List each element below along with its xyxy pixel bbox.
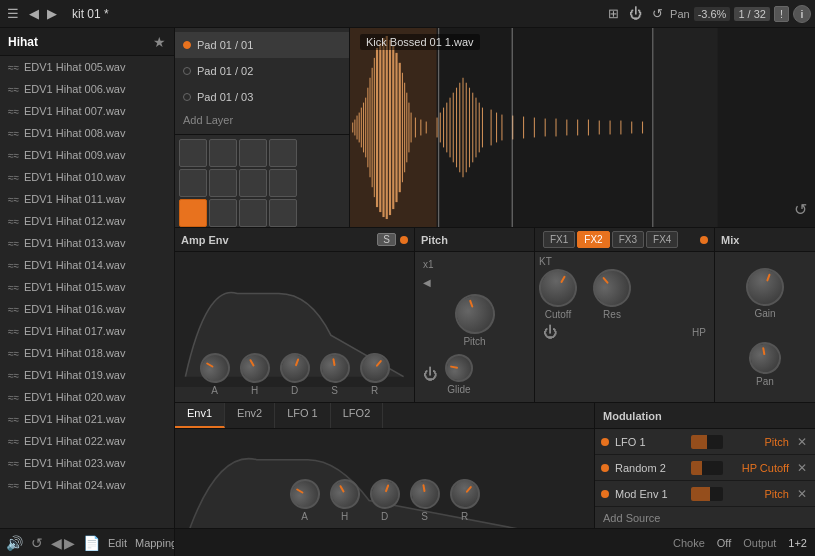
- svg-rect-38: [462, 78, 463, 178]
- arrow-left-icon[interactable]: ◀: [51, 535, 62, 551]
- sidebar-list-item[interactable]: ≈≈EDV1 Hihat 012.wav: [0, 210, 174, 232]
- info-button[interactable]: i: [793, 5, 811, 23]
- pad-cell[interactable]: [269, 199, 297, 227]
- sidebar-list-item[interactable]: ≈≈EDV1 Hihat 006.wav: [0, 78, 174, 100]
- pad-cell[interactable]: [179, 199, 207, 227]
- svg-rect-41: [472, 93, 473, 163]
- pad-cell[interactable]: [239, 139, 267, 167]
- amp-env-s-button[interactable]: S: [377, 233, 396, 246]
- env-tab-env1[interactable]: Env1: [175, 403, 225, 428]
- fx3-button[interactable]: FX3: [612, 231, 644, 248]
- env-tab-env2[interactable]: Env2: [225, 403, 275, 428]
- pad-cell[interactable]: [239, 169, 267, 197]
- waveform-small-icon: ≈≈: [8, 238, 19, 249]
- cutoff-knob[interactable]: [532, 262, 584, 314]
- gain-knob[interactable]: [741, 262, 790, 311]
- pad-cell[interactable]: [179, 169, 207, 197]
- fx4-button[interactable]: FX4: [646, 231, 678, 248]
- sidebar-list-item[interactable]: ≈≈EDV1 Hihat 005.wav: [0, 56, 174, 78]
- sidebar-list-item[interactable]: ≈≈EDV1 Hihat 024.wav: [0, 474, 174, 496]
- sidebar-list-item[interactable]: ≈≈EDV1 Hihat 007.wav: [0, 100, 174, 122]
- fx2-button[interactable]: FX2: [577, 231, 609, 248]
- mix-pan-knob[interactable]: [746, 339, 783, 376]
- power-icon[interactable]: ⏻: [626, 6, 645, 21]
- sidebar-list-item[interactable]: ≈≈EDV1 Hihat 008.wav: [0, 122, 174, 144]
- mod-bar-area[interactable]: [691, 461, 723, 475]
- waveform-panel[interactable]: Kick Bossed 01 1.wav: [350, 28, 815, 227]
- sidebar-list-item[interactable]: ≈≈EDV1 Hihat 023.wav: [0, 452, 174, 474]
- mod-remove-button[interactable]: ✕: [795, 435, 809, 449]
- waveform-svg: [350, 28, 815, 227]
- pad-cell[interactable]: [179, 139, 207, 167]
- pad-cell[interactable]: [209, 139, 237, 167]
- pad-cell[interactable]: [209, 199, 237, 227]
- pad-cell[interactable]: [269, 139, 297, 167]
- pad-layer-3[interactable]: Pad 01 / 03: [175, 84, 349, 110]
- mod-remove-button[interactable]: ✕: [795, 461, 809, 475]
- sidebar-list-item[interactable]: ≈≈EDV1 Hihat 009.wav: [0, 144, 174, 166]
- exclaim-button[interactable]: !: [774, 6, 789, 22]
- sidebar-item-label: EDV1 Hihat 016.wav: [24, 303, 126, 315]
- glide-knob[interactable]: [443, 352, 475, 384]
- env-s-knob[interactable]: [407, 477, 442, 512]
- pad-cell[interactable]: [209, 169, 237, 197]
- pad-cell[interactable]: [239, 199, 267, 227]
- nav-arrows: ◀ ▶: [26, 6, 60, 21]
- doc-icon[interactable]: 📄: [83, 535, 100, 551]
- add-source-button[interactable]: Add Source: [595, 508, 815, 528]
- pad-layer-2[interactable]: Pad 01 / 02: [175, 58, 349, 84]
- fx-power-icon[interactable]: ⏻: [543, 324, 557, 340]
- fx1-button[interactable]: FX1: [543, 231, 575, 248]
- add-layer-button[interactable]: Add Layer: [175, 110, 349, 130]
- env-tab-lfo2[interactable]: LFO2: [331, 403, 384, 428]
- prev-icon[interactable]: ◀: [26, 6, 42, 21]
- pad-cell[interactable]: [269, 169, 297, 197]
- sidebar-list-item[interactable]: ≈≈EDV1 Hihat 010.wav: [0, 166, 174, 188]
- sidebar-list-item[interactable]: ≈≈EDV1 Hihat 018.wav: [0, 342, 174, 364]
- mapping-button[interactable]: Mapping: [135, 537, 175, 549]
- arrow-right-icon[interactable]: ▶: [64, 535, 75, 551]
- sidebar-list-item[interactable]: ≈≈EDV1 Hihat 017.wav: [0, 320, 174, 342]
- sidebar-list-item[interactable]: ≈≈EDV1 Hihat 020.wav: [0, 386, 174, 408]
- sidebar-item-label: EDV1 Hihat 005.wav: [24, 61, 126, 73]
- loop-icon[interactable]: ↺: [31, 535, 43, 551]
- refresh-icon[interactable]: ↺: [649, 6, 666, 21]
- edit-button[interactable]: Edit: [108, 537, 127, 549]
- res-knob[interactable]: [585, 261, 639, 315]
- next-icon[interactable]: ▶: [44, 6, 60, 21]
- pitch-knob[interactable]: [449, 289, 500, 340]
- pitch-power-icon[interactable]: ⏻: [423, 366, 437, 382]
- mod-remove-button[interactable]: ✕: [795, 487, 809, 501]
- speaker-small-icon[interactable]: 🔊: [6, 535, 23, 551]
- sidebar-list-item[interactable]: ≈≈EDV1 Hihat 019.wav: [0, 364, 174, 386]
- pad-layer-1[interactable]: Pad 01 / 01: [175, 32, 349, 58]
- env-a-knob[interactable]: [284, 474, 325, 515]
- grid-icon[interactable]: ⊞: [605, 6, 622, 21]
- sidebar-list-item[interactable]: ≈≈EDV1 Hihat 013.wav: [0, 232, 174, 254]
- amp-env-knob-s[interactable]: [317, 351, 352, 386]
- sidebar-list-item[interactable]: ≈≈EDV1 Hihat 021.wav: [0, 408, 174, 430]
- sidebar-list-item[interactable]: ≈≈EDV1 Hihat 015.wav: [0, 276, 174, 298]
- menu-icon[interactable]: ☰: [4, 6, 22, 21]
- amp-env-knob-a[interactable]: [194, 348, 235, 389]
- amp-env-knob-r[interactable]: [353, 347, 395, 389]
- env-tab-lfo1[interactable]: LFO 1: [275, 403, 331, 428]
- modulation-list: LFO 1 Pitch ✕ Random 2 HP Cutoff ✕ Mod E…: [595, 429, 815, 508]
- sidebar-list-item[interactable]: ≈≈EDV1 Hihat 016.wav: [0, 298, 174, 320]
- sidebar-list-item[interactable]: ≈≈EDV1 Hihat 011.wav: [0, 188, 174, 210]
- sidebar-list-item[interactable]: ≈≈EDV1 Hihat 022.wav: [0, 430, 174, 452]
- env-d-knob[interactable]: [365, 475, 403, 513]
- star-icon[interactable]: ★: [153, 34, 166, 50]
- svg-rect-50: [534, 118, 535, 138]
- sidebar-item-label: EDV1 Hihat 022.wav: [24, 435, 126, 447]
- amp-env-knob-d[interactable]: [275, 349, 313, 387]
- amp-env-knob-h[interactable]: [234, 348, 275, 389]
- knob-label-r: R: [371, 385, 378, 396]
- mod-bar-area[interactable]: [691, 487, 723, 501]
- sidebar-item-label: EDV1 Hihat 010.wav: [24, 171, 126, 183]
- mod-bar-area[interactable]: [691, 435, 723, 449]
- env-r-knob[interactable]: [443, 473, 485, 515]
- env-h-knob[interactable]: [324, 474, 365, 515]
- sidebar-list-item[interactable]: ≈≈EDV1 Hihat 014.wav: [0, 254, 174, 276]
- waveform-refresh-icon[interactable]: ↺: [794, 200, 807, 219]
